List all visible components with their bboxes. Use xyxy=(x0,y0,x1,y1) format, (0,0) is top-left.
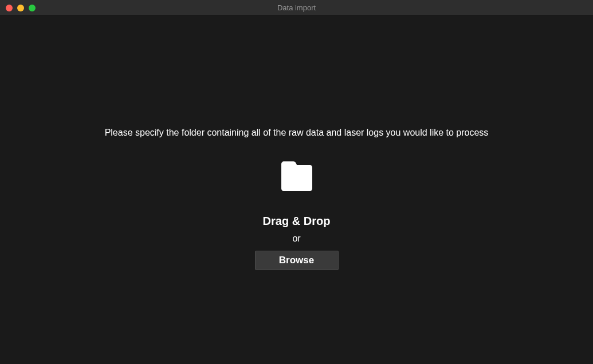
folder-icon xyxy=(279,161,315,193)
or-label: or xyxy=(292,234,300,244)
titlebar: Data import xyxy=(0,0,593,16)
minimize-button[interactable] xyxy=(17,5,24,11)
window-controls xyxy=(6,5,36,11)
browse-button[interactable]: Browse xyxy=(255,251,339,270)
drag-drop-label: Drag & Drop xyxy=(263,215,331,228)
instruction-text: Please specify the folder containing all… xyxy=(105,128,489,138)
maximize-button[interactable] xyxy=(29,5,36,11)
window-frame: Data import Please specify the folder co… xyxy=(0,0,593,364)
close-button[interactable] xyxy=(6,5,13,11)
main-content[interactable]: Please specify the folder containing all… xyxy=(0,16,593,364)
window-title: Data import xyxy=(277,3,316,12)
